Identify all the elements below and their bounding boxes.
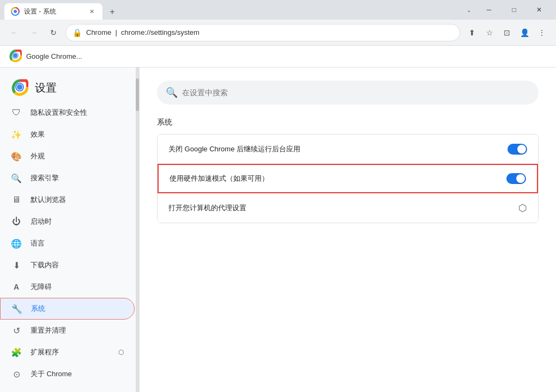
toolbar-right: ⬆ ☆ ⊡ 👤 ⋮ <box>464 25 549 40</box>
addressbar: ← → ↻ 🔒 Chrome | chrome://settings/syste… <box>0 20 556 46</box>
forward-button[interactable]: → <box>26 25 41 40</box>
sidebar-item-label: 语言 <box>31 238 124 248</box>
sidebar-item-privacy[interactable]: 🛡 隐私设置和安全性 <box>0 102 135 124</box>
search-bar-icon: 🔍 <box>166 87 178 99</box>
sidebar-item-label: 无障碍 <box>31 282 124 292</box>
lock-icon: 🔒 <box>72 28 82 37</box>
sidebar-item-extensions[interactable]: 🧩 扩展程序 ⬡ <box>0 341 135 363</box>
search-bar[interactable]: 🔍 <box>157 81 539 105</box>
settings-content: 🔍 系统 关闭 Google Chrome 后继续运行后台应用 使用硬件加速模式… <box>140 68 556 392</box>
sidebar-item-label: 下载内容 <box>31 260 124 270</box>
address-site: Chrome <box>86 28 111 36</box>
tab-search-button[interactable]: ⊡ <box>499 25 515 40</box>
sidebar-item-startup[interactable]: ⏻ 启动时 <box>0 211 135 232</box>
sidebar-item-label: 外观 <box>31 151 124 161</box>
sidebar-header: 设置 <box>0 72 139 102</box>
setting-label-proxy: 打开您计算机的代理设置 <box>168 203 518 213</box>
svg-point-5 <box>13 53 17 58</box>
sidebar-item-label: 启动时 <box>31 217 124 226</box>
external-link-icon: ⬡ <box>118 348 124 356</box>
sidebar-item-browser[interactable]: 🖥 默认浏览器 <box>0 189 135 211</box>
address-url: chrome://settings/system <box>121 28 200 36</box>
tab-title: 设置 - 系统 <box>24 7 83 16</box>
chrome-about-icon: ⊙ <box>11 369 22 379</box>
sidebar-item-accessibility[interactable]: A 无障碍 <box>0 276 135 298</box>
sidebar-item-reset[interactable]: ↺ 重置并清理 <box>0 320 135 341</box>
sidebar-item-language[interactable]: 🌐 语言 <box>0 232 135 254</box>
tab-close-button[interactable]: ✕ <box>87 7 96 16</box>
appbar-title: Google Chrome... <box>26 52 82 60</box>
sidebar-settings-title: 设置 <box>35 81 57 95</box>
wrench-icon: 🔧 <box>11 303 22 314</box>
window-menu-icon[interactable]: ⌄ <box>463 4 474 15</box>
sidebar-item-label: 效果 <box>31 130 124 139</box>
sidebar-scroll-thumb[interactable] <box>136 78 139 111</box>
sidebar-item-label: 系统 <box>31 304 123 314</box>
palette-icon: 🎨 <box>11 151 22 162</box>
browser-icon: 🖥 <box>11 194 22 205</box>
section-title: 系统 <box>157 118 539 127</box>
shield-icon: 🛡 <box>11 107 22 118</box>
maximize-button[interactable]: □ <box>501 0 527 20</box>
sparkle-icon: ✨ <box>11 129 22 140</box>
active-tab[interactable]: 设置 - 系统 ✕ <box>4 3 102 20</box>
titlebar: 设置 - 系统 ✕ + ⌄ ─ □ ✕ <box>0 0 556 20</box>
tab-strip: 设置 - 系统 ✕ + <box>4 0 457 20</box>
profile-button[interactable]: 👤 <box>517 25 532 40</box>
toggle-thumb <box>517 145 526 154</box>
bookmark-button[interactable]: ☆ <box>482 25 497 40</box>
proxy-external-link-icon[interactable]: ⬡ <box>518 202 527 214</box>
puzzle-icon: 🧩 <box>11 347 22 358</box>
window-controls: ─ □ ✕ <box>476 0 552 20</box>
svg-point-9 <box>17 84 22 90</box>
download-icon: ⬇ <box>11 260 22 271</box>
settings-card: 关闭 Google Chrome 后继续运行后台应用 使用硬件加速模式（如果可用… <box>157 134 539 223</box>
share-button[interactable]: ⬆ <box>464 25 480 40</box>
sidebar: 设置 🛡 隐私设置和安全性 ✨ 效果 🎨 外观 🔍 搜索引擎 🖥 默认浏览器 ⏻… <box>0 68 140 392</box>
power-icon: ⏻ <box>11 216 22 227</box>
setting-row-background-run: 关闭 Google Chrome 后继续运行后台应用 <box>158 134 538 164</box>
globe-icon: 🌐 <box>11 238 22 249</box>
sidebar-item-label: 隐私设置和安全性 <box>31 108 124 118</box>
sidebar-scrollbar[interactable] <box>136 68 139 392</box>
sidebar-item-effects[interactable]: ✨ 效果 <box>0 124 135 145</box>
sidebar-item-label: 默认浏览器 <box>31 195 124 205</box>
chrome-logo <box>9 49 22 64</box>
back-button[interactable]: ← <box>7 25 22 40</box>
tab-favicon <box>11 7 20 16</box>
sidebar-item-search[interactable]: 🔍 搜索引擎 <box>0 167 135 189</box>
menu-button[interactable]: ⋮ <box>534 25 549 40</box>
sidebar-item-label: 扩展程序 <box>31 347 110 357</box>
search-icon: 🔍 <box>11 173 22 183</box>
minimize-button[interactable]: ─ <box>476 0 501 20</box>
sidebar-item-system[interactable]: 🔧 系统 <box>0 298 135 320</box>
svg-point-1 <box>14 10 17 13</box>
sidebar-item-label: 重置并清理 <box>31 326 124 335</box>
address-bar[interactable]: 🔒 Chrome | chrome://settings/system <box>65 24 460 41</box>
setting-row-proxy: 打开您计算机的代理设置 ⬡ <box>158 193 538 223</box>
close-button[interactable]: ✕ <box>527 0 552 20</box>
address-text: Chrome | chrome://settings/system <box>86 28 453 36</box>
settings-logo <box>11 78 28 97</box>
setting-row-hardware-accel: 使用硬件加速模式（如果可用） <box>158 164 538 193</box>
setting-label-hardware-accel: 使用硬件加速模式（如果可用） <box>170 174 506 183</box>
titlebar-extra: ⌄ <box>463 4 474 15</box>
search-input[interactable] <box>182 88 530 97</box>
sidebar-item-appearance[interactable]: 🎨 外观 <box>0 145 135 167</box>
sidebar-item-label: 搜索引擎 <box>31 173 124 183</box>
new-tab-button[interactable]: + <box>105 4 120 20</box>
toggle-background-run[interactable] <box>507 144 527 155</box>
sidebar-item-downloads[interactable]: ⬇ 下载内容 <box>0 254 135 276</box>
setting-label-background-run: 关闭 Google Chrome 后继续运行后台应用 <box>168 144 507 154</box>
reset-icon: ↺ <box>11 325 22 336</box>
refresh-button[interactable]: ↻ <box>46 25 61 40</box>
main-layout: 设置 🛡 隐私设置和安全性 ✨ 效果 🎨 外观 🔍 搜索引擎 🖥 默认浏览器 ⏻… <box>0 68 556 392</box>
toggle-thumb <box>516 174 525 183</box>
toggle-hardware-accel[interactable] <box>506 173 526 184</box>
sidebar-item-label: 关于 Chrome <box>31 369 124 379</box>
a11y-icon: A <box>11 281 22 292</box>
sidebar-item-about[interactable]: ⊙ 关于 Chrome <box>0 363 135 385</box>
appbar: Google Chrome... <box>0 46 556 68</box>
